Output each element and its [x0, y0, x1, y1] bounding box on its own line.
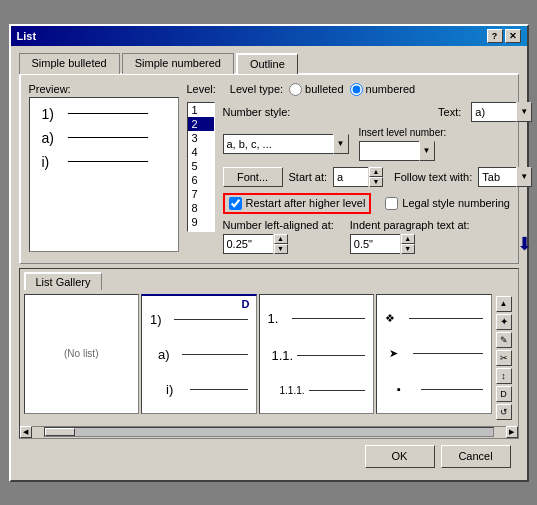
- gallery-scroll-pencil[interactable]: ✎: [496, 332, 512, 348]
- level-item-2[interactable]: 2: [188, 117, 214, 131]
- restart-checkbox-wrap: Restart after higher level: [223, 193, 372, 214]
- indent-decrement[interactable]: ▼: [401, 244, 415, 254]
- legal-wrap: Legal style numbering: [385, 197, 510, 210]
- restart-checkbox[interactable]: [229, 197, 242, 210]
- tab-outline[interactable]: Outline: [236, 53, 298, 74]
- gallery-sym-3-3: ▪: [397, 383, 417, 395]
- start-at-label: Start at:: [289, 171, 328, 183]
- start-at-spin: ▲ ▼: [333, 166, 384, 188]
- gallery-num-2-1: 1.: [268, 311, 288, 326]
- level-item-7[interactable]: 7: [188, 187, 214, 201]
- gallery-scrollbar: ▲ ✦ ✎ ✂ ↕ D ↺: [494, 294, 514, 422]
- indent-label: Indent paragraph text at:: [350, 219, 470, 231]
- gallery-scroll-x[interactable]: ✂: [496, 350, 512, 366]
- start-at-spin-btns: ▲ ▼: [368, 166, 384, 188]
- indent-increment[interactable]: ▲: [401, 234, 415, 244]
- help-button[interactable]: ?: [487, 29, 503, 43]
- level-item-8[interactable]: 8: [188, 201, 214, 215]
- aligned-section: Number left-aligned at: ▲ ▼: [223, 219, 334, 255]
- gallery-cell-2[interactable]: 1. 1.1. 1.1.1.: [259, 294, 375, 414]
- font-button[interactable]: Font...: [223, 167, 283, 187]
- gallery-row-1-2: a): [146, 347, 252, 362]
- aligned-decrement[interactable]: ▼: [274, 244, 288, 254]
- level-item-1[interactable]: 1: [188, 103, 214, 117]
- text-input[interactable]: [471, 102, 516, 122]
- number-aligned-input[interactable]: [223, 234, 273, 254]
- aligned-increment[interactable]: ▲: [274, 234, 288, 244]
- gallery-content: (No list) D 1) a) i): [20, 290, 518, 426]
- number-style-input[interactable]: [223, 134, 333, 154]
- preview-num-1: 1): [42, 106, 62, 122]
- gallery-cell-3[interactable]: ❖ ➤ ▪: [376, 294, 492, 414]
- no-list-label: (No list): [64, 348, 98, 359]
- level-item-6[interactable]: 6: [188, 173, 214, 187]
- gallery-row-1-1: 1): [146, 312, 252, 327]
- aligned-indent-row: Number left-aligned at: ▲ ▼: [223, 219, 533, 255]
- number-style-label: Number style:: [223, 106, 291, 118]
- hscroll-right-btn[interactable]: ▶: [506, 426, 518, 438]
- text-combo: ▼: [471, 102, 532, 122]
- number-style-dropdown-btn[interactable]: ▼: [333, 134, 349, 154]
- restart-label: Restart after higher level: [246, 197, 366, 209]
- hscroll-left-btn[interactable]: ◀: [20, 426, 32, 438]
- numbered-label: numbered: [366, 83, 416, 95]
- preview-label: Preview:: [29, 83, 71, 95]
- insert-level-input[interactable]: [359, 141, 419, 161]
- gallery-scroll-d[interactable]: D: [496, 386, 512, 402]
- indent-input[interactable]: [350, 234, 400, 254]
- follow-text-input[interactable]: [478, 167, 516, 187]
- follow-text-dropdown-btn[interactable]: ▼: [516, 167, 532, 187]
- radio-numbered-label[interactable]: numbered: [350, 83, 416, 96]
- level-item-4[interactable]: 4: [188, 145, 214, 159]
- bulleted-label: bulleted: [305, 83, 344, 95]
- preview-line-1: [68, 113, 148, 114]
- horizontal-scrollbar[interactable]: ◀ ▶: [20, 426, 518, 438]
- gallery-cell-nolist[interactable]: (No list): [24, 294, 140, 414]
- radio-bulleted-label[interactable]: bulleted: [289, 83, 344, 96]
- start-at-increment[interactable]: ▲: [369, 167, 383, 177]
- hscroll-track[interactable]: [44, 427, 494, 437]
- radio-numbered[interactable]: [350, 83, 363, 96]
- gallery-scroll-arrows[interactable]: ↕: [496, 368, 512, 384]
- gallery-scroll-up[interactable]: ▲: [496, 296, 512, 312]
- d-marker: D: [242, 298, 250, 310]
- gallery-row-1-3: i): [146, 382, 252, 397]
- text-label: Text:: [438, 106, 461, 118]
- gallery-line-3-1: [409, 318, 483, 319]
- gallery-row-2-2: 1.1.: [264, 348, 370, 363]
- gallery-cell-1[interactable]: D 1) a) i): [141, 294, 257, 414]
- close-button[interactable]: ✕: [505, 29, 521, 43]
- cancel-button[interactable]: Cancel: [441, 445, 511, 468]
- right-panel: Level: Level type: bulleted numbered: [187, 83, 533, 255]
- insert-level-dropdown-btn[interactable]: ▼: [419, 141, 435, 161]
- gallery-line-2-2: [297, 355, 365, 356]
- start-at-decrement[interactable]: ▼: [369, 177, 383, 187]
- gallery-num-1-3: i): [166, 382, 186, 397]
- font-start-row: Font... Start at: ▲ ▼ Follow text with:: [223, 166, 533, 188]
- level-label: Level:: [187, 83, 216, 95]
- gallery-scroll-star[interactable]: ✦: [496, 314, 512, 330]
- legal-checkbox[interactable]: [385, 197, 398, 210]
- ok-button[interactable]: OK: [365, 445, 435, 468]
- insert-level-section: Insert level number: ▼: [359, 127, 447, 161]
- gallery-scroll-refresh[interactable]: ↺: [496, 404, 512, 420]
- gallery-num-2-3: 1.1.1.: [280, 385, 305, 396]
- title-bar-buttons: ? ✕: [487, 29, 521, 43]
- level-item-3[interactable]: 3: [188, 131, 214, 145]
- gallery-num-1-1: 1): [150, 312, 170, 327]
- start-at-input[interactable]: [333, 167, 368, 187]
- down-arrow-icon: ⬇: [517, 233, 532, 255]
- number-style-combo: ▼: [223, 134, 349, 154]
- tab-simple-numbered[interactable]: Simple numbered: [122, 53, 234, 74]
- gallery-sym-3-2: ➤: [389, 347, 409, 360]
- text-combo-btn[interactable]: ▼: [516, 102, 532, 122]
- level-item-5[interactable]: 5: [188, 159, 214, 173]
- level-list[interactable]: 1 2 3 4 5 6 7 8 9: [187, 102, 215, 232]
- radio-bulleted[interactable]: [289, 83, 302, 96]
- hscroll-thumb[interactable]: [45, 428, 75, 436]
- indent-spin: ▲ ▼: [350, 233, 470, 255]
- level-item-9[interactable]: 9: [188, 215, 214, 229]
- right-controls: Number style: Text: ▼ ▼: [223, 102, 533, 255]
- tab-simple-bulleted[interactable]: Simple bulleted: [19, 53, 120, 74]
- gallery-tab[interactable]: List Gallery: [24, 272, 102, 290]
